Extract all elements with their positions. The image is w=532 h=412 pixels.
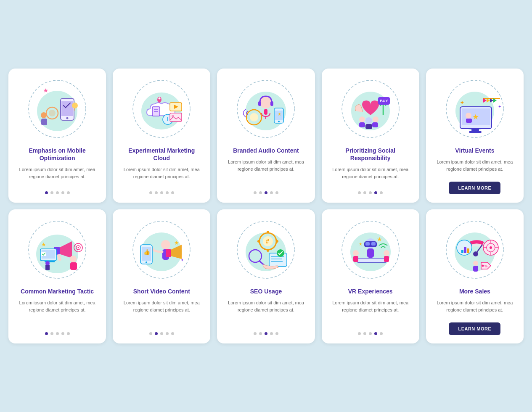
illustration-sales: % [441,216,508,283]
dot-2 [155,191,158,194]
svg-rect-114 [367,248,374,258]
svg-marker-62 [493,98,497,103]
cards-grid: Emphasis on Mobile Optimization Lorem ip… [8,69,524,343]
svg-text:★: ★ [377,236,382,243]
svg-point-9 [72,103,78,108]
svg-point-24 [159,97,161,99]
svg-text:👍: 👍 [143,248,151,256]
svg-text:✦: ✦ [180,258,184,262]
svg-point-7 [41,112,47,118]
svg-rect-8 [41,119,47,125]
svg-rect-71 [41,252,46,256]
svg-point-6 [49,110,56,116]
card-body-social: Lorem ipsum dolor sit dim amet, mea regi… [328,166,413,185]
svg-rect-21 [170,113,182,121]
card-more-sales: % More Sales Lorem ipsum dolor sit dim a… [426,209,524,343]
dot-4 [374,332,377,335]
dot-5 [380,191,383,194]
dot-3 [369,332,372,335]
dot-1 [149,332,152,335]
svg-point-79 [78,247,79,248]
dot-2 [259,191,262,194]
svg-point-100 [276,240,278,243]
dot-1 [254,191,257,194]
illustration-seo: # [232,216,299,283]
card-body-virtual: Lorem ipsum dolor sit dim amet, mea regi… [433,158,517,172]
dot-1 [358,191,361,194]
svg-rect-46 [359,122,365,127]
card-title-audio: Branded Audio Content [233,147,299,154]
dot-5 [275,191,278,194]
svg-text:✦: ✦ [498,104,501,109]
svg-rect-129 [467,248,469,253]
dot-3 [160,191,163,194]
card-body-vr: Lorem ipsum dolor sit dim amet, mea regi… [328,299,413,326]
svg-rect-119 [384,256,389,262]
illustration-vr: ★ ★ [337,216,404,283]
svg-point-116 [353,250,359,256]
dot-5 [171,191,174,194]
svg-rect-115 [357,258,386,262]
svg-rect-127 [461,250,463,253]
svg-rect-47 [365,124,372,129]
learn-more-button-virtual[interactable]: LEARN MORE [449,182,500,194]
svg-point-99 [257,240,260,243]
svg-point-87 [146,261,147,263]
dot-4 [61,191,64,194]
pagination-dots-video [149,332,174,335]
card-title-virtual: Virtual Events [455,147,494,154]
dot-2 [50,332,53,335]
svg-text:i: i [167,116,169,122]
dot-2 [259,332,262,335]
illustration-tactic: ★ [24,216,91,283]
illustration-video: ★ ✦ 👍 [128,216,195,283]
pagination-dots-tactic [45,332,70,335]
pagination-dots-experimental [149,191,174,194]
svg-point-132 [490,246,492,249]
svg-text:%: % [484,264,487,268]
card-body-audio: Lorem ipsum dolor sit dim amet, mea regi… [224,158,308,185]
dot-5 [67,332,70,335]
svg-rect-28 [258,101,261,106]
dot-3 [160,332,163,335]
svg-rect-30 [264,109,267,115]
svg-rect-88 [166,249,171,257]
svg-rect-112 [365,242,370,246]
pagination-dots-social [358,191,383,194]
svg-rect-29 [270,101,273,106]
svg-text:★: ★ [472,113,479,121]
dot-4 [270,191,273,194]
card-body-sales: Lorem ipsum dolor sit dim amet, mea regi… [433,299,517,313]
illustration-cloud: i [128,75,195,143]
svg-point-44 [365,117,372,124]
svg-rect-3 [61,101,73,116]
svg-point-98 [267,249,269,252]
card-body-tactic: Lorem ipsum dolor sit dim amet, mea regi… [15,299,99,326]
card-experimental-marketing: i Experimental Marketing Cloud Lorem ips… [113,69,210,203]
card-short-video: ★ ✦ 👍 Short Video Content Lorem ipsum do… [113,209,210,343]
svg-point-73 [45,261,50,265]
svg-point-82 [161,240,170,249]
illustration-mobile [24,75,91,143]
pagination-dots-mobile [45,191,70,194]
svg-rect-54 [469,131,482,133]
dot-2 [363,332,366,335]
pagination-dots-vr [358,332,383,335]
svg-text:★: ★ [359,242,363,246]
svg-rect-128 [464,247,466,253]
card-body-mobile: Lorem ipsum dolor sit dim amet, mea regi… [15,166,99,185]
dot-1 [45,332,48,335]
card-branded-audio: ★ Branded Audio Content Lorem ipsum dolo… [217,69,315,203]
dot-3 [265,332,267,335]
svg-point-137 [473,261,478,266]
learn-more-button-sales[interactable]: LEARN MORE [449,322,500,335]
svg-point-4 [66,117,69,119]
dot-2 [363,191,366,194]
pagination-dots-seo [254,332,278,335]
svg-text:✦: ✦ [460,99,465,106]
svg-point-74 [70,256,77,262]
svg-point-36 [278,121,280,122]
card-seo-usage: # SEO Usage Lorem [217,209,315,343]
svg-point-56 [466,113,471,119]
illustration-audio: ★ [232,75,299,143]
